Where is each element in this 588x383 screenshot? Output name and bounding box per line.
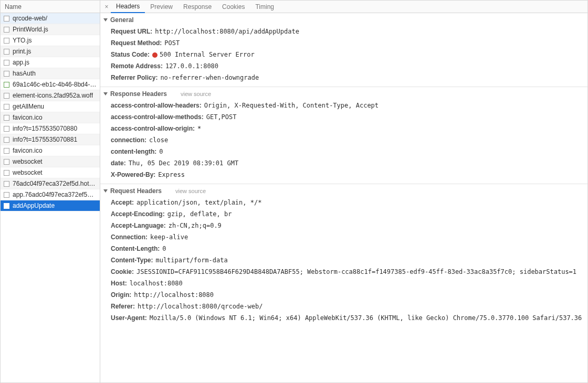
header-row: connection:close xyxy=(100,134,587,146)
header-row: Accept-Language:zh-CN,zh;q=0.9 xyxy=(100,220,587,231)
request-item[interactable]: favicon.ico xyxy=(1,145,100,156)
request-item-label: 69a1c46c-eb1c-4b46-8bd4-… xyxy=(13,81,96,88)
request-item-label: qrcode-web/ xyxy=(13,15,47,22)
request-item[interactable]: print.js xyxy=(1,46,100,57)
header-key: Host: xyxy=(111,279,127,288)
section-title: Response Headers xyxy=(110,90,167,98)
request-item-label: app.76adc04f97eca372ef5d.… xyxy=(13,191,97,198)
request-item[interactable]: websocket xyxy=(1,156,100,167)
header-row: Content-Length:0 xyxy=(100,243,587,254)
file-icon xyxy=(4,203,9,209)
request-detail-panel: × HeadersPreviewResponseCookiesTiming Ge… xyxy=(100,1,587,382)
caret-down-icon xyxy=(103,92,108,95)
file-icon xyxy=(4,104,9,110)
request-item-label: print.js xyxy=(13,48,31,55)
request-list: qrcode-web/PrintWorld.jsYTO.jsprint.jsap… xyxy=(1,13,100,382)
header-value: JSESSIONID=CFAF911C958B46F629D4B848DA7AB… xyxy=(136,267,576,276)
headers-details: General Request URL:http://localhost:808… xyxy=(100,13,587,382)
header-key: connection: xyxy=(111,135,146,145)
header-value: application/json, text/plain, */* xyxy=(136,198,261,207)
header-value: 500 Internal Server Error xyxy=(152,50,255,59)
header-value: 127.0.0.1:8080 xyxy=(165,61,218,71)
tab-timing[interactable]: Timing xyxy=(250,1,279,13)
header-key: content-length: xyxy=(111,147,156,156)
request-item[interactable]: websocket xyxy=(1,167,100,178)
file-icon xyxy=(4,126,9,132)
header-value: no-referrer-when-downgrade xyxy=(160,73,259,82)
request-item-label: info?t=1575535070880 xyxy=(13,125,77,132)
section-header-response-headers[interactable]: Response Headers view source xyxy=(100,87,587,100)
file-icon xyxy=(4,181,9,187)
header-row: Status Code:500 Internal Server Error xyxy=(100,49,587,60)
status-dot-icon xyxy=(152,52,158,58)
header-key: Origin: xyxy=(111,290,131,300)
section-header-general[interactable]: General xyxy=(100,13,587,26)
sidebar-header-name[interactable]: Name xyxy=(1,1,100,13)
request-item-label: getAllMenu xyxy=(13,103,44,110)
header-key: Status Code: xyxy=(111,50,150,59)
request-item[interactable]: app.js xyxy=(1,57,100,68)
header-value: http://localhost:8080/qrcode-web/ xyxy=(138,302,262,311)
header-row: Host:localhost:8080 xyxy=(100,278,587,289)
file-icon xyxy=(4,93,9,99)
request-item-label: favicon.ico xyxy=(13,147,43,154)
request-item[interactable]: YTO.js xyxy=(1,35,100,46)
header-row: User-Agent:Mozilla/5.0 (Windows NT 6.1; … xyxy=(100,312,587,324)
file-icon xyxy=(4,115,9,121)
header-key: Content-Type: xyxy=(111,256,153,265)
header-key: Remote Address: xyxy=(111,61,163,71)
close-icon[interactable]: × xyxy=(102,3,111,10)
header-key: X-Powered-By: xyxy=(111,170,155,179)
header-key: Accept-Language: xyxy=(111,221,166,230)
file-icon xyxy=(4,60,9,66)
tab-bar: × HeadersPreviewResponseCookiesTiming xyxy=(100,1,587,13)
file-icon xyxy=(4,159,9,165)
request-list-sidebar: Name qrcode-web/PrintWorld.jsYTO.jsprint… xyxy=(1,1,100,382)
request-item[interactable]: PrintWorld.js xyxy=(1,24,100,35)
request-item[interactable]: info?t=1575535070880 xyxy=(1,123,100,134)
request-item[interactable]: addAppUpdate xyxy=(1,200,100,211)
request-item-label: info?t=1575535070881 xyxy=(13,136,77,143)
header-value: 0 xyxy=(159,147,163,156)
header-row: date:Thu, 05 Dec 2019 08:39:01 GMT xyxy=(100,157,587,169)
request-item-label: websocket xyxy=(13,158,43,165)
request-item[interactable]: info?t=1575535070881 xyxy=(1,134,100,145)
request-item[interactable]: getAllMenu xyxy=(1,101,100,112)
request-item[interactable]: app.76adc04f97eca372ef5d.… xyxy=(1,189,100,200)
header-key: Content-Length: xyxy=(111,244,160,253)
request-item[interactable]: favicon.ico xyxy=(1,112,100,123)
request-item[interactable]: hasAuth xyxy=(1,68,100,79)
file-icon xyxy=(4,16,9,22)
view-source-link[interactable]: view source xyxy=(175,188,206,194)
request-item[interactable]: 69a1c46c-eb1c-4b46-8bd4-… xyxy=(1,79,100,90)
request-item[interactable]: 76adc04f97eca372ef5d.hot-… xyxy=(1,178,100,189)
section-general: General Request URL:http://localhost:808… xyxy=(100,13,587,87)
caret-down-icon xyxy=(103,18,108,22)
header-value: http://localhost:8080/api/addAppUpdate xyxy=(155,27,299,36)
caret-down-icon xyxy=(103,189,108,193)
request-item[interactable]: qrcode-web/ xyxy=(1,13,100,24)
tab-preview[interactable]: Preview xyxy=(145,1,178,13)
request-item-label: favicon.ico xyxy=(13,114,43,121)
file-icon xyxy=(4,71,9,77)
header-value: Origin, X-Requested-With, Content-Type, … xyxy=(204,101,379,110)
tab-response[interactable]: Response xyxy=(178,1,217,13)
tab-cookies[interactable]: Cookies xyxy=(217,1,250,13)
header-row: Connection:keep-alive xyxy=(100,231,587,243)
file-icon xyxy=(4,192,9,198)
request-item[interactable]: element-icons.2fad952a.woff xyxy=(1,90,100,101)
tab-headers[interactable]: Headers xyxy=(111,1,145,13)
section-request-headers: Request Headers view source Accept:appli… xyxy=(100,184,587,327)
header-value: 0 xyxy=(162,244,166,253)
header-row: X-Powered-By:Express xyxy=(100,169,587,180)
section-header-request-headers[interactable]: Request Headers view source xyxy=(100,184,587,197)
request-item-label: hasAuth xyxy=(13,70,36,77)
view-source-link[interactable]: view source xyxy=(181,91,211,97)
header-value: keep-alive xyxy=(150,232,188,242)
header-row: Request Method:POST xyxy=(100,37,587,49)
header-key: Referrer Policy: xyxy=(111,73,158,82)
request-item-label: 76adc04f97eca372ef5d.hot-… xyxy=(13,180,97,187)
header-value: localhost:8080 xyxy=(130,279,183,288)
request-item-label: addAppUpdate xyxy=(13,202,55,209)
header-key: Connection: xyxy=(111,232,148,242)
